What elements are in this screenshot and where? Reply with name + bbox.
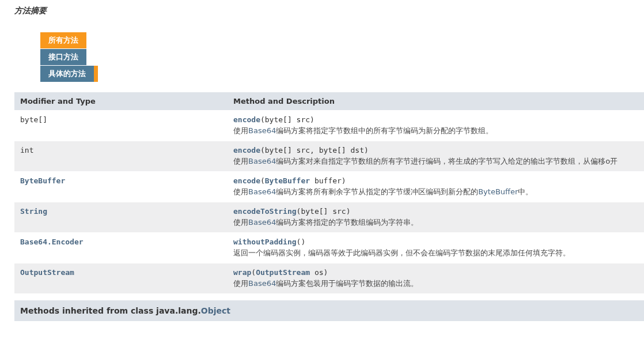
param-type-link[interactable]: ByteBuffer [265,176,310,185]
method-sig-post: buffer) [310,176,346,185]
method-desc: 使用Base64编码方案将指定的字节数组编码为字符串。 [233,217,638,228]
method-tabs: 所有方法 接口方法 具体的方法 [40,32,644,82]
method-link[interactable]: wrap [233,268,251,277]
tab-all-methods[interactable]: 所有方法 [40,32,86,48]
method-desc: 返回一个编码器实例，编码器等效于此编码器实例，但不会在编码字节数据的末尾添加任何… [233,248,638,258]
col-header-method: Method and Description [228,92,644,111]
desc-link[interactable]: Base64 [248,126,276,135]
methods-table: Modifier and Type Method and Description… [14,92,644,293]
desc-link[interactable]: Base64 [248,218,276,227]
method-desc: 使用Base64编码方案将所有剩余字节从指定的字节缓冲区编码到新分配的ByteB… [233,187,638,197]
method-sig-pre: ( [260,176,265,185]
return-type-link[interactable]: Base64.Encoder [20,238,84,246]
desc-link[interactable]: Base64 [248,279,276,288]
inherited-prefix: Methods inherited from class java.lang. [20,306,201,315]
return-type: byte[] [20,115,47,124]
return-type-link[interactable]: OutputStream [20,268,74,277]
return-type-link[interactable]: ByteBuffer [20,176,65,185]
tab-stub [94,66,98,82]
method-link[interactable]: encode [233,176,260,185]
method-sig: (byte[] src) [260,115,315,124]
method-sig: () [297,238,306,246]
method-link[interactable]: encode [233,146,260,154]
inherited-class-link[interactable]: Object [201,306,230,315]
desc-link[interactable]: Base64 [248,157,276,165]
table-row: Base64.Encoder withoutPadding() 返回一个编码器实… [14,233,644,263]
method-sig: (byte[] src) [297,207,351,216]
param-type-link[interactable]: OutputStream [256,268,310,277]
inherited-methods-box: Methods inherited from class java.lang.O… [14,300,644,321]
method-sig-post: os) [310,268,328,277]
return-type: int [20,146,33,154]
method-desc: 使用Base64编码方案将指定字节数组中的所有字节编码为新分配的字节数组。 [233,126,638,136]
tab-interface-methods[interactable]: 接口方法 [40,49,86,65]
method-link[interactable]: encode [233,115,260,124]
section-title: 方法摘要 [14,6,644,16]
table-row: String encodeToString(byte[] src) 使用Base… [14,202,644,233]
desc-link[interactable]: Base64 [248,187,276,196]
tab-concrete-methods[interactable]: 具体的方法 [40,66,94,82]
method-link[interactable]: withoutPadding [233,238,297,246]
col-header-type: Modifier and Type [14,92,228,111]
method-desc: 使用Base64编码方案包装用于编码字节数据的输出流。 [233,278,638,289]
table-row: ByteBuffer encode(ByteBuffer buffer) 使用B… [14,172,644,202]
table-row: int encode(byte[] src, byte[] dst) 使用Bas… [14,141,644,172]
method-desc: 使用Base64编码方案对来自指定字节数组的所有字节进行编码，将生成的字节写入给… [233,156,638,167]
return-type-link[interactable]: String [20,207,47,216]
table-row: byte[] encode(byte[] src) 使用Base64编码方案将指… [14,111,644,141]
table-row: OutputStream wrap(OutputStream os) 使用Bas… [14,263,644,294]
desc-link[interactable]: ByteBuffer [478,187,518,196]
method-link[interactable]: encodeToString [233,207,297,216]
method-sig: (byte[] src, byte[] dst) [260,146,369,154]
method-sig-pre: ( [251,268,256,277]
